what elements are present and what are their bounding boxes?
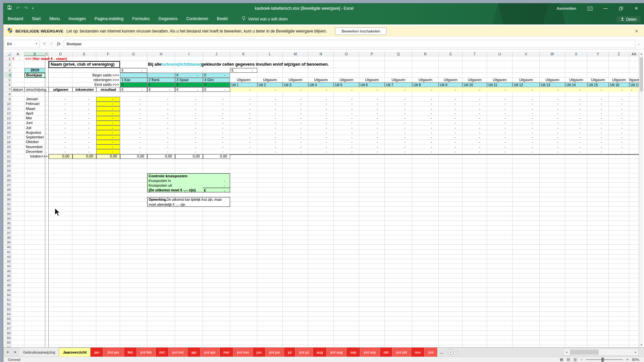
cell-U17[interactable]: -	[487, 135, 513, 140]
cell-T11[interactable]: -	[463, 106, 487, 111]
row-header-4[interactable]: 4	[4, 73, 11, 77]
cell-J20[interactable]: -	[203, 149, 230, 154]
cell-U15[interactable]: -	[487, 125, 513, 130]
cell-F13[interactable]: -	[96, 116, 120, 121]
col-header-W[interactable]: W	[540, 52, 565, 56]
cell-G4[interactable]	[120, 73, 147, 77]
cell-I16[interactable]: -	[175, 130, 203, 135]
sheet-tab-mei[interactable]: mei	[220, 348, 233, 357]
cell-Q19[interactable]: -	[385, 144, 412, 149]
cell-F18[interactable]: -	[96, 140, 120, 144]
cell-D18[interactable]: -	[49, 140, 72, 144]
row-header-6[interactable]: 6	[4, 82, 11, 87]
cell-I6[interactable]: €-	[175, 82, 203, 87]
cell-O10[interactable]: -	[334, 102, 359, 106]
cell-H6[interactable]: €-	[147, 82, 175, 87]
sheet-tab-jrnl-jun[interactable]: jrnl jun	[266, 348, 284, 357]
cell-K18[interactable]: -	[230, 140, 257, 144]
cell-G5[interactable]: 1 Kas	[120, 78, 147, 82]
col-header-Y[interactable]: Y	[587, 52, 609, 56]
ribbon-tab-bestand[interactable]: Bestand	[3, 16, 28, 21]
cell-W10[interactable]: -	[540, 102, 565, 106]
cell-X9[interactable]: -	[565, 97, 587, 102]
cell-Z13[interactable]: -	[609, 116, 629, 121]
cell-Y20[interactable]: -	[587, 149, 609, 154]
cell-H10[interactable]: -	[147, 102, 175, 106]
cell-N14[interactable]: -	[308, 121, 334, 125]
cell-S6[interactable]: Uit 9	[439, 82, 463, 87]
cell-W17[interactable]: -	[540, 135, 565, 140]
col-header-G[interactable]: G	[120, 52, 147, 56]
cell-Y17[interactable]: -	[587, 135, 609, 140]
cell-D14[interactable]: -	[49, 121, 72, 125]
row-header-44[interactable]: 44	[4, 264, 11, 268]
col-header-H[interactable]: H	[147, 52, 175, 56]
cell-K3[interactable]: €-	[230, 68, 257, 73]
row-header-46[interactable]: 46	[4, 274, 11, 278]
cell-P10[interactable]: -	[359, 102, 385, 106]
cell-F10[interactable]: -	[96, 102, 120, 106]
cell-O9[interactable]: -	[334, 97, 359, 102]
row-header-43[interactable]: 43	[4, 259, 11, 264]
row-header-15[interactable]: 15	[4, 125, 11, 130]
cell-L12[interactable]: -	[257, 111, 283, 116]
cell-X17[interactable]: -	[565, 135, 587, 140]
col-header-X[interactable]: X	[565, 52, 587, 56]
cell-S15[interactable]: -	[439, 125, 463, 130]
cell-AA7[interactable]: -	[629, 87, 639, 92]
cell-K21[interactable]	[230, 154, 639, 159]
cell-X18[interactable]: -	[565, 140, 587, 144]
cell-V15[interactable]: -	[513, 125, 540, 130]
sheet-tab-jrnl[interactable]: jrnl	[425, 348, 437, 357]
cell-Q18[interactable]: -	[385, 140, 412, 144]
cell-AA6[interactable]: Uit 17	[629, 82, 639, 87]
row-header-42[interactable]: 42	[4, 254, 11, 259]
cell-R17[interactable]: -	[412, 135, 439, 140]
cell-Y14[interactable]: -	[587, 121, 609, 125]
cell-S16[interactable]: -	[439, 130, 463, 135]
cell-F7[interactable]: resultaat	[96, 87, 120, 92]
row-header-31[interactable]: 31	[4, 202, 11, 206]
cell-T6[interactable]: Uit 10	[463, 82, 487, 87]
row-header-7[interactable]: 7	[4, 87, 11, 92]
cell-C16[interactable]: .	[45, 130, 49, 135]
cell-V6[interactable]: Uit 12	[513, 82, 540, 87]
cell-X12[interactable]: -	[565, 111, 587, 116]
cell-W18[interactable]: -	[540, 140, 565, 144]
cell-S18[interactable]: -	[439, 140, 463, 144]
col-header-B[interactable]: B	[24, 52, 45, 56]
col-header-T[interactable]: T	[463, 52, 487, 56]
cell-W7[interactable]: -	[540, 87, 565, 92]
cell-D12[interactable]: -	[49, 111, 72, 116]
cell-V12[interactable]: -	[513, 111, 540, 116]
cell-M12[interactable]: -	[283, 111, 308, 116]
cell-Z20[interactable]: -	[609, 149, 629, 154]
cell-N9[interactable]: -	[308, 97, 334, 102]
cell-H11[interactable]: -	[147, 106, 175, 111]
sheet-tab-jaaroverzicht[interactable]: Jaaroverzicht	[59, 348, 91, 357]
zoom-level[interactable]: 80%	[632, 358, 639, 362]
cell-Z19[interactable]: -	[609, 144, 629, 149]
cell-X15[interactable]: -	[565, 125, 587, 130]
cell-M19[interactable]: -	[283, 144, 308, 149]
horizontal-scrollbar[interactable]: ◄ ►	[564, 349, 639, 356]
col-header-J[interactable]: J	[203, 52, 230, 56]
cell-R16[interactable]: -	[412, 130, 439, 135]
cell-I13[interactable]: -	[175, 116, 203, 121]
cell-S14[interactable]: -	[439, 121, 463, 125]
cell-B1[interactable]: <== Hier moet € - staan)	[24, 56, 96, 61]
cell-Z5[interactable]: Uitgaven	[609, 78, 629, 82]
ribbon-tab-gegevens[interactable]: Gegevens	[154, 16, 182, 21]
row-header-58[interactable]: 58	[4, 331, 11, 336]
cell-G12[interactable]: -	[120, 111, 147, 116]
col-header-K[interactable]: K	[230, 52, 257, 56]
cell-Z18[interactable]: -	[609, 140, 629, 144]
sheet-tab-nov[interactable]: nov	[411, 348, 425, 357]
cell-E15[interactable]: -	[72, 125, 96, 130]
row-header-17[interactable]: 17	[4, 135, 11, 140]
ribbon-tab-invoegen[interactable]: Invoegen	[64, 16, 90, 21]
row-header-41[interactable]: 41	[4, 250, 11, 254]
cell-H21[interactable]: 0,00	[147, 154, 175, 159]
row-header-39[interactable]: 39	[4, 240, 11, 245]
zoom-in-button[interactable]: +	[626, 357, 629, 362]
